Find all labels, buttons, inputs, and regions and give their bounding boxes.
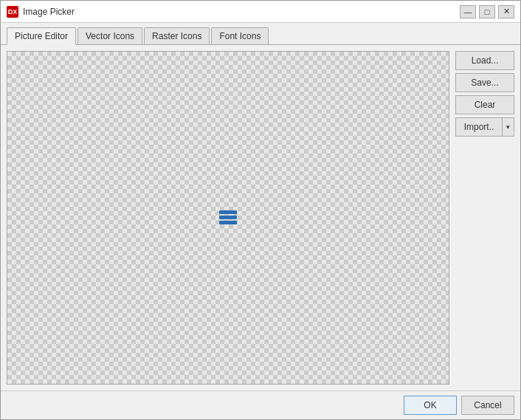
save-button[interactable]: Save... [455,73,514,92]
import-button-row: Import.. ▾ [455,117,514,137]
tab-raster-icons[interactable]: Raster Icons [144,27,210,44]
canvas-panel[interactable] [7,51,449,385]
main-window: DX Image Picker — □ ✕ Picture Editor Vec… [0,0,521,420]
icon-preview [219,210,237,225]
tab-vector-icons[interactable]: Vector Icons [77,27,142,44]
window-title: Image Picker [23,7,460,17]
app-icon: DX [7,6,18,18]
icon-stripe-3 [219,221,237,224]
icon-stripe-2 [219,216,237,219]
canvas-checkerboard [7,52,449,384]
ok-button[interactable]: OK [404,396,457,415]
tab-picture-editor[interactable]: Picture Editor [7,27,76,45]
minimize-button[interactable]: — [460,5,476,18]
import-dropdown-button[interactable]: ▾ [503,117,514,137]
clear-button[interactable]: Clear [455,95,514,114]
tab-font-icons[interactable]: Font Icons [211,27,269,44]
icon-stripe-1 [219,210,237,214]
title-bar: DX Image Picker — □ ✕ [1,1,520,23]
side-panel: Load... Save... Clear Import.. ▾ [455,51,514,385]
bottom-bar: OK Cancel [1,390,520,419]
window-controls: — □ ✕ [460,5,514,18]
tab-bar: Picture Editor Vector Icons Raster Icons… [1,23,520,45]
canvas-image [219,210,237,225]
import-button[interactable]: Import.. [455,117,503,137]
content-area: Load... Save... Clear Import.. ▾ [1,45,520,390]
maximize-button[interactable]: □ [479,5,495,18]
close-button[interactable]: ✕ [498,5,514,18]
load-button[interactable]: Load... [455,51,514,70]
cancel-button[interactable]: Cancel [461,396,514,415]
